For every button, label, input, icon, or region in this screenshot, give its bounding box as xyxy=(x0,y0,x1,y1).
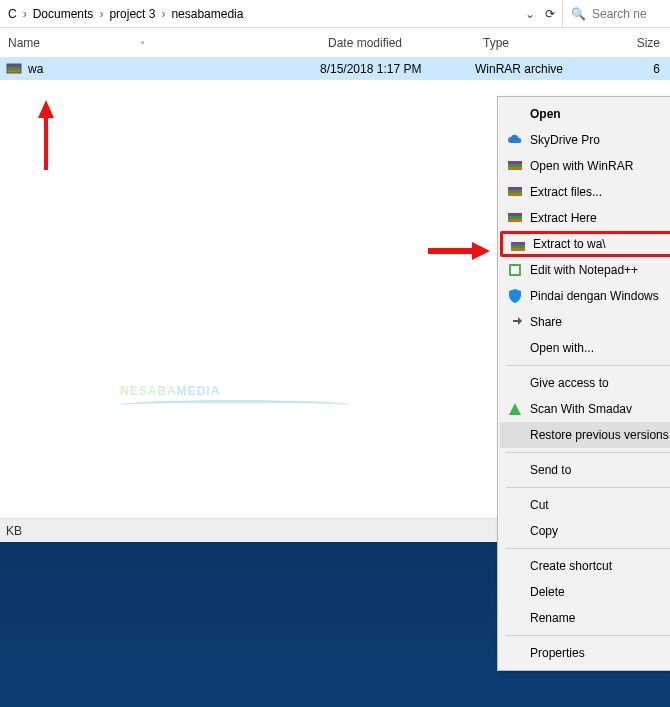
column-date[interactable]: Date modified xyxy=(320,36,475,50)
notepad-icon xyxy=(506,261,524,279)
breadcrumb-item[interactable]: nesabamedia xyxy=(167,7,247,21)
menu-extract-here[interactable]: Extract Here xyxy=(500,205,670,231)
menu-label: Share xyxy=(530,315,562,329)
watermark-text-a: NESABA xyxy=(120,384,177,398)
watermark-wave-icon xyxy=(120,400,350,410)
file-name: wa xyxy=(28,62,43,76)
svg-rect-7 xyxy=(508,164,522,167)
svg-rect-13 xyxy=(508,216,522,219)
menu-separator xyxy=(506,548,670,549)
svg-rect-9 xyxy=(508,187,522,190)
address-dropdown-icon[interactable]: ⌄ xyxy=(522,7,538,21)
menu-label: Send to xyxy=(530,463,571,477)
file-type: WinRAR archive xyxy=(475,62,620,76)
file-row[interactable]: wa 8/15/2018 1:17 PM WinRAR archive 6 xyxy=(0,58,670,80)
svg-marker-20 xyxy=(509,403,521,415)
svg-rect-8 xyxy=(508,167,522,170)
winrar-icon xyxy=(506,183,524,201)
refresh-icon[interactable]: ⟳ xyxy=(538,7,562,21)
smadav-icon xyxy=(506,400,524,418)
search-icon: 🔍 xyxy=(571,7,586,21)
menu-separator xyxy=(506,635,670,636)
menu-delete[interactable]: Delete xyxy=(500,579,670,605)
cloud-icon xyxy=(506,131,524,149)
menu-open[interactable]: Open xyxy=(500,101,670,127)
svg-rect-12 xyxy=(508,213,522,216)
sort-asc-icon: ˄ xyxy=(140,40,145,51)
menu-label: Extract Here xyxy=(530,211,597,225)
menu-label: Open with WinRAR xyxy=(530,159,633,173)
svg-rect-17 xyxy=(511,248,525,251)
file-date: 8/15/2018 1:17 PM xyxy=(320,62,475,76)
breadcrumb-item[interactable]: C xyxy=(4,7,21,21)
column-name[interactable]: Name ˄ xyxy=(0,36,320,50)
menu-extract-to-folder[interactable]: Extract to wa\ xyxy=(500,231,670,257)
winrar-archive-icon xyxy=(6,61,22,77)
menu-create-shortcut[interactable]: Create shortcut xyxy=(500,553,670,579)
menu-extract-files[interactable]: Extract files... xyxy=(500,179,670,205)
menu-label: Cut xyxy=(530,498,549,512)
column-type[interactable]: Type xyxy=(475,36,620,50)
column-size[interactable]: Size xyxy=(620,36,670,50)
svg-rect-11 xyxy=(508,193,522,196)
annotation-arrow-icon xyxy=(428,242,490,260)
status-text: KB xyxy=(6,524,22,538)
svg-marker-5 xyxy=(428,242,490,260)
menu-label: Give access to xyxy=(530,376,609,390)
svg-marker-4 xyxy=(38,100,54,170)
chevron-right-icon: › xyxy=(159,7,167,21)
svg-rect-1 xyxy=(7,67,21,70)
menu-label: Copy xyxy=(530,524,558,538)
menu-separator xyxy=(506,365,670,366)
menu-separator xyxy=(506,452,670,453)
winrar-icon xyxy=(509,238,527,256)
menu-send-to[interactable]: Send to▸ xyxy=(500,457,670,483)
svg-rect-6 xyxy=(508,161,522,164)
winrar-icon xyxy=(506,209,524,227)
breadcrumb[interactable]: C › Documents › project 3 › nesabamedia xyxy=(0,7,247,21)
menu-skydrive-pro[interactable]: SkyDrive Pro▸ xyxy=(500,127,670,153)
menu-edit-notepad[interactable]: Edit with Notepad++ xyxy=(500,257,670,283)
svg-rect-19 xyxy=(511,266,519,274)
share-icon xyxy=(506,313,524,331)
file-size: 6 xyxy=(620,62,670,76)
menu-copy[interactable]: Copy xyxy=(500,518,670,544)
menu-label: Open xyxy=(530,107,561,121)
search-box[interactable]: 🔍 xyxy=(562,0,670,27)
menu-rename[interactable]: Rename xyxy=(500,605,670,631)
menu-label: Restore previous versions xyxy=(530,428,669,442)
menu-properties[interactable]: Properties xyxy=(500,640,670,666)
menu-label: Create shortcut xyxy=(530,559,612,573)
breadcrumb-item[interactable]: project 3 xyxy=(105,7,159,21)
address-bar: C › Documents › project 3 › nesabamedia … xyxy=(0,0,670,28)
menu-label: Delete xyxy=(530,585,565,599)
shield-icon xyxy=(506,287,524,305)
search-input[interactable] xyxy=(592,7,662,21)
svg-rect-15 xyxy=(511,242,525,245)
winrar-icon xyxy=(506,157,524,175)
menu-label: Edit with Notepad++ xyxy=(530,263,638,277)
menu-label: Extract to wa\ xyxy=(533,237,606,251)
menu-label: Open with... xyxy=(530,341,594,355)
menu-label: Extract files... xyxy=(530,185,602,199)
column-name-label: Name xyxy=(8,36,40,50)
svg-rect-16 xyxy=(511,245,525,248)
menu-cut[interactable]: Cut xyxy=(500,492,670,518)
menu-label: Scan With Smadav xyxy=(530,402,632,416)
menu-label: Rename xyxy=(530,611,575,625)
menu-open-with-winrar[interactable]: Open with WinRAR xyxy=(500,153,670,179)
breadcrumb-item[interactable]: Documents xyxy=(29,7,98,21)
menu-give-access-to[interactable]: Give access to▸ xyxy=(500,370,670,396)
menu-label: SkyDrive Pro xyxy=(530,133,600,147)
menu-defender-scan[interactable]: Pindai dengan Windows xyxy=(500,283,670,309)
menu-restore-previous-versions[interactable]: Restore previous versions xyxy=(500,422,670,448)
menu-share[interactable]: Share xyxy=(500,309,670,335)
svg-rect-10 xyxy=(508,190,522,193)
menu-scan-smadav[interactable]: Scan With Smadav xyxy=(500,396,670,422)
menu-open-with[interactable]: Open with... xyxy=(500,335,670,361)
context-menu: Open SkyDrive Pro▸ Open with WinRAR Extr… xyxy=(497,96,670,671)
chevron-right-icon: › xyxy=(97,7,105,21)
menu-label: Properties xyxy=(530,646,585,660)
menu-separator xyxy=(506,487,670,488)
watermark-text-b: MEDIA xyxy=(177,384,221,398)
